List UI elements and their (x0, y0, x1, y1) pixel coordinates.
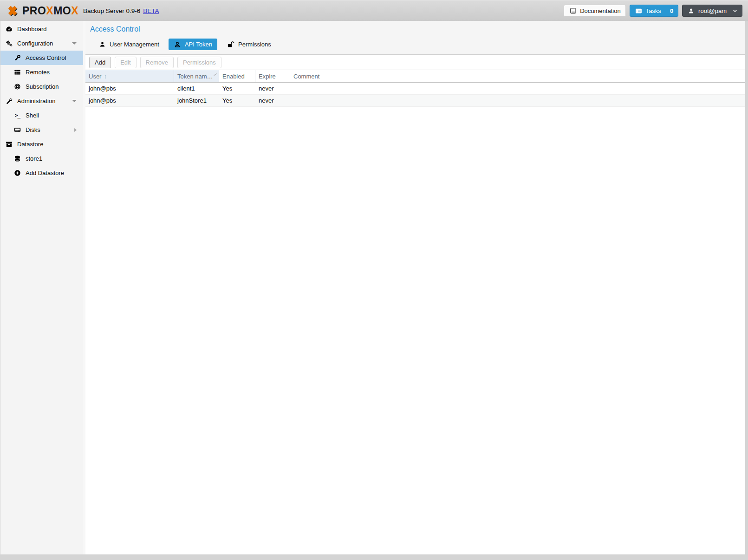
caret-down-icon[interactable] (72, 100, 77, 102)
hdd-icon (13, 126, 21, 133)
sidebar-item-access-control[interactable]: Access Control (0, 51, 83, 65)
sidebar-item-label: Dashboard (17, 26, 47, 33)
top-header: PROXMOX Backup Server 0.9-6 BETA Documen… (0, 0, 748, 21)
user-icon (98, 41, 106, 47)
proxmox-logo: PROXMOX (6, 4, 78, 18)
terminal-icon: >_ (13, 112, 21, 118)
table-header: User ↑ Token nam… Enabled Expire Comment (85, 70, 745, 83)
sidebar-item-disks[interactable]: Disks (0, 123, 83, 137)
user-menu-button[interactable]: root@pam (682, 5, 742, 17)
brand-text: PROXMOX (22, 6, 78, 16)
caret-right-icon[interactable] (74, 128, 77, 132)
tasks-button[interactable]: Tasks 0 (630, 5, 678, 17)
user-outline-icon (174, 41, 182, 48)
table-row[interactable]: john@pbs client1 Yes never (85, 83, 745, 95)
table-empty-area (85, 107, 745, 554)
permissions-button[interactable]: Permissions (177, 57, 221, 68)
sidebar-item-label: Subscription (26, 83, 59, 90)
sidebar-item-label: Shell (26, 112, 39, 119)
table-row[interactable]: john@pbs johnStore1 Yes never (85, 95, 745, 107)
sort-hint-icon (214, 73, 216, 75)
tasks-label: Tasks (646, 7, 661, 14)
user-menu-label: root@pam (698, 7, 727, 14)
column-header-enabled[interactable]: Enabled (219, 70, 255, 82)
sidebar-item-subscription[interactable]: Subscription (0, 79, 83, 94)
sidebar-item-label: Datastore (17, 141, 43, 148)
documentation-label: Documentation (580, 7, 620, 14)
tab-permissions[interactable]: Permissions (221, 39, 276, 50)
cell-expire: never (255, 97, 290, 104)
sidebar-item-administration[interactable]: Administration (0, 94, 83, 108)
book-icon (569, 7, 577, 14)
sidebar-item-configuration[interactable]: Configuration (0, 36, 83, 51)
cell-token: client1 (174, 85, 219, 92)
caret-down-icon[interactable] (72, 42, 77, 45)
sidebar-item-datastore[interactable]: Datastore (0, 137, 83, 151)
cell-enabled: Yes (219, 85, 255, 92)
plus-circle-icon (13, 169, 21, 176)
column-header-comment[interactable]: Comment (290, 70, 745, 82)
dashboard-icon (5, 26, 13, 33)
edit-button[interactable]: Edit (115, 57, 136, 68)
task-list-icon (635, 7, 643, 14)
sidebar-item-add-datastore[interactable]: Add Datastore (0, 166, 83, 180)
cell-user: john@pbs (85, 85, 174, 92)
remove-button[interactable]: Remove (140, 57, 174, 68)
column-header-expire[interactable]: Expire (255, 70, 290, 82)
sidebar-item-label: Remotes (26, 69, 50, 76)
tab-api-token[interactable]: API Token (169, 39, 217, 50)
sidebar-item-shell[interactable]: >_ Shell (0, 108, 83, 123)
page-title: Access Control (90, 25, 741, 33)
cell-expire: never (255, 85, 290, 92)
product-version: Backup Server 0.9-6 (83, 7, 140, 14)
sidebar-item-label: Disks (26, 126, 40, 133)
sidebar-item-label: store1 (26, 155, 42, 162)
unlock-icon (227, 41, 235, 48)
sidebar-item-remotes[interactable]: Remotes (0, 65, 83, 79)
sidebar-item-label: Access Control (26, 54, 66, 61)
user-icon (687, 8, 695, 14)
cell-user: john@pbs (85, 97, 174, 104)
gears-icon (5, 40, 13, 47)
tab-label: User Management (110, 41, 159, 48)
tab-label: API Token (185, 41, 212, 48)
grid-toolbar: Add Edit Remove Permissions (85, 55, 745, 70)
sidebar: Dashboard Configuration (0, 21, 83, 554)
tab-bar: User Management API Token (93, 39, 741, 50)
tab-user-management[interactable]: User Management (93, 39, 164, 50)
wrench-icon (5, 98, 13, 104)
sidebar-item-label: Add Datastore (26, 169, 64, 176)
sidebar-item-store1[interactable]: store1 (0, 151, 83, 166)
archive-box-icon (5, 141, 13, 148)
cell-token: johnStore1 (174, 97, 219, 104)
remotes-list-icon (13, 69, 21, 76)
column-header-user[interactable]: User ↑ (85, 70, 174, 82)
beta-link[interactable]: BETA (143, 7, 159, 14)
sort-ascending-icon: ↑ (104, 73, 107, 80)
sidebar-item-label: Configuration (17, 40, 53, 47)
sidebar-item-dashboard[interactable]: Dashboard (0, 22, 83, 36)
tab-label: Permissions (238, 41, 271, 48)
tasks-count-badge: 0 (670, 7, 673, 14)
key-icon (13, 54, 21, 61)
database-icon (13, 155, 21, 162)
proxmox-x-icon (6, 4, 20, 18)
column-header-token-name[interactable]: Token nam… (174, 70, 219, 82)
chevron-down-icon (733, 9, 737, 13)
life-ring-icon (13, 83, 21, 90)
sidebar-item-label: Administration (17, 98, 55, 104)
title-zone: Access Control User Management (85, 21, 745, 55)
cell-enabled: Yes (219, 97, 255, 104)
add-button[interactable]: Add (89, 57, 111, 68)
main-panel: Access Control User Management (85, 21, 745, 554)
documentation-button[interactable]: Documentation (564, 5, 625, 17)
